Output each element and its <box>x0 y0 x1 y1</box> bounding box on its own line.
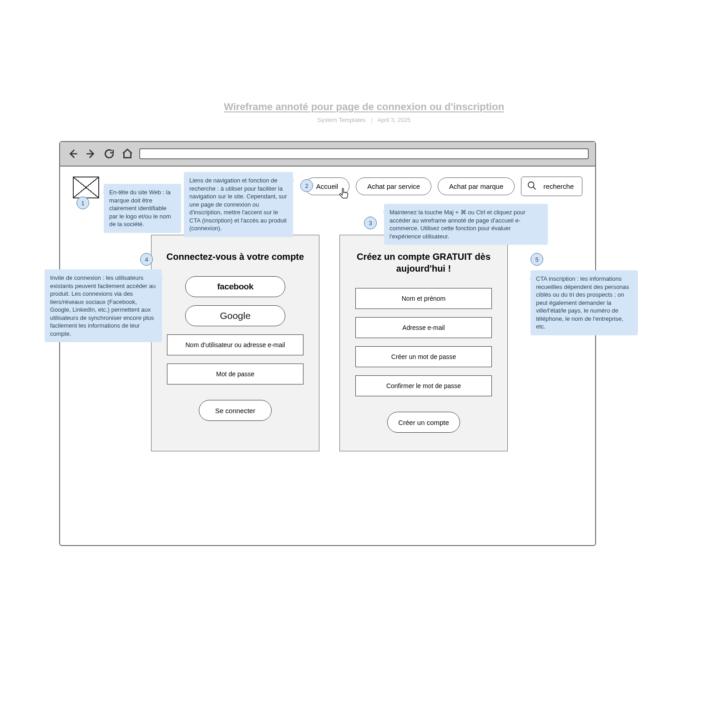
document-meta: System Templates | April 3, 2025 <box>0 116 728 123</box>
field-label: Adresse e-mail <box>402 324 445 331</box>
password-field[interactable]: Mot de passe <box>167 364 303 384</box>
facebook-login-button[interactable]: facebook <box>185 276 285 297</box>
annotation-bubble-4: 4 <box>140 253 153 266</box>
browser-toolbar <box>60 142 595 167</box>
field-label: Nom d'utilisateur ou adresse e-mail <box>186 341 285 349</box>
nav-label: Accueil <box>316 182 338 190</box>
login-submit-button[interactable]: Se connecter <box>199 400 272 421</box>
meta-separator: | <box>371 116 372 123</box>
annotation-bubble-3: 3 <box>364 217 377 229</box>
field-label: Créer un mot de passe <box>391 353 456 360</box>
annotation-note-4: Invite de connexion : les utilisateurs e… <box>45 269 162 342</box>
confirm-password-field[interactable]: Confirmer le mot de passe <box>355 375 492 396</box>
annotation-note-2: Liens de navigation et fonction de reche… <box>184 172 293 237</box>
refresh-icon[interactable] <box>103 147 116 160</box>
document-date: April 3, 2025 <box>377 116 410 123</box>
facebook-label: facebook <box>217 282 253 292</box>
annotation-note-1: En-tête du site Web : la marque doit êtr… <box>104 184 181 233</box>
new-password-field[interactable]: Créer un mot de passe <box>355 346 492 367</box>
back-icon[interactable] <box>66 147 79 160</box>
annotation-bubble-2: 2 <box>300 179 313 192</box>
search-placeholder: recherche <box>543 182 574 190</box>
document-author: System Templates <box>318 116 366 123</box>
logo-placeholder <box>73 177 99 198</box>
field-label: Mot de passe <box>216 370 254 378</box>
signup-panel: Créez un compte GRATUIT dès aujourd'hui … <box>339 235 508 451</box>
google-login-button[interactable]: Google <box>185 305 285 326</box>
search-icon <box>527 181 537 192</box>
annotation-bubble-1: 1 <box>76 197 89 209</box>
field-label: Confirmer le mot de passe <box>386 382 461 389</box>
url-bar[interactable] <box>139 148 589 159</box>
email-field[interactable]: Adresse e-mail <box>355 317 492 338</box>
login-panel: Connectez-vous à votre compte facebook G… <box>151 235 319 451</box>
cursor-hand-icon <box>337 187 351 201</box>
forward-icon[interactable] <box>85 147 97 160</box>
nav-item-service[interactable]: Achat par service <box>356 177 431 195</box>
signup-title: Créez un compte GRATUIT dès aujourd'hui … <box>354 251 494 274</box>
signup-submit-button[interactable]: Créer un compte <box>387 412 460 433</box>
nav-label: Achat par marque <box>449 182 503 190</box>
nav-item-marque[interactable]: Achat par marque <box>438 177 515 195</box>
annotation-bubble-5: 5 <box>531 253 543 266</box>
svg-point-0 <box>528 182 534 188</box>
google-label: Google <box>220 310 251 321</box>
home-icon[interactable] <box>121 147 134 160</box>
nav-label: Achat par service <box>367 182 420 190</box>
main-nav: Accueil Achat par service Achat par marq… <box>305 177 582 196</box>
annotation-note-5: CTA inscription : les informations recue… <box>531 270 638 335</box>
search-box[interactable]: recherche <box>521 177 582 196</box>
document-title: Wireframe annoté pour page de connexion … <box>0 101 728 113</box>
button-label: Créer un compte <box>398 419 449 426</box>
annotation-note-3: Maintenez la touche Maj + ⌘ ou Ctrl et c… <box>384 204 548 245</box>
login-title: Connectez-vous à votre compte <box>167 251 304 263</box>
username-field[interactable]: Nom d'utilisateur ou adresse e-mail <box>167 334 303 355</box>
button-label: Se connecter <box>215 407 255 415</box>
field-label: Nom et prénom <box>402 295 445 302</box>
fullname-field[interactable]: Nom et prénom <box>355 288 492 309</box>
